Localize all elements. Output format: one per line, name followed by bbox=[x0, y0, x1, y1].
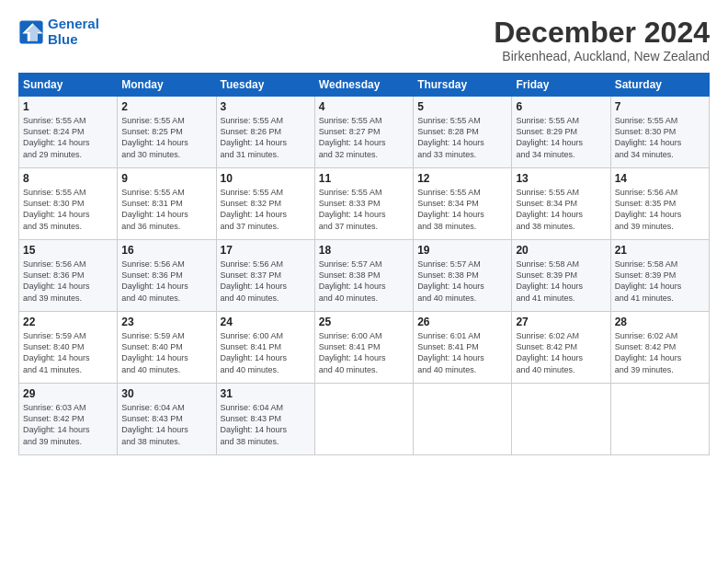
day-number: 9 bbox=[121, 172, 211, 185]
calendar-cell: 3Sunrise: 5:55 AM Sunset: 8:26 PM Daylig… bbox=[216, 97, 314, 168]
day-info: Sunrise: 5:55 AM Sunset: 8:31 PM Dayligh… bbox=[121, 187, 211, 232]
header: General Blue December 2024 Birkenhead, A… bbox=[18, 17, 710, 63]
day-number: 30 bbox=[121, 387, 211, 400]
day-info: Sunrise: 6:02 AM Sunset: 8:42 PM Dayligh… bbox=[615, 330, 705, 375]
day-info: Sunrise: 6:04 AM Sunset: 8:43 PM Dayligh… bbox=[221, 402, 311, 447]
calendar-cell: 12Sunrise: 5:55 AM Sunset: 8:34 PM Dayli… bbox=[414, 168, 512, 240]
day-number: 1 bbox=[23, 100, 113, 113]
calendar-cell: 30Sunrise: 6:04 AM Sunset: 8:43 PM Dayli… bbox=[118, 384, 216, 455]
calendar-cell bbox=[512, 384, 610, 455]
header-cell-sunday: Sunday bbox=[19, 74, 118, 97]
day-info: Sunrise: 5:55 AM Sunset: 8:34 PM Dayligh… bbox=[417, 187, 507, 232]
calendar-cell: 6Sunrise: 5:55 AM Sunset: 8:29 PM Daylig… bbox=[512, 97, 610, 168]
calendar-cell: 7Sunrise: 5:55 AM Sunset: 8:30 PM Daylig… bbox=[610, 97, 709, 168]
week-row-1: 1Sunrise: 5:55 AM Sunset: 8:24 PM Daylig… bbox=[19, 97, 710, 168]
day-number: 2 bbox=[121, 100, 211, 113]
calendar-cell: 22Sunrise: 5:59 AM Sunset: 8:40 PM Dayli… bbox=[19, 312, 118, 384]
calendar-cell: 13Sunrise: 5:55 AM Sunset: 8:34 PM Dayli… bbox=[512, 168, 610, 240]
day-info: Sunrise: 5:56 AM Sunset: 8:37 PM Dayligh… bbox=[221, 259, 311, 304]
day-number: 13 bbox=[516, 172, 606, 185]
calendar-cell: 17Sunrise: 5:56 AM Sunset: 8:37 PM Dayli… bbox=[216, 240, 314, 312]
day-info: Sunrise: 6:00 AM Sunset: 8:41 PM Dayligh… bbox=[319, 330, 409, 375]
calendar-cell: 8Sunrise: 5:55 AM Sunset: 8:30 PM Daylig… bbox=[19, 168, 118, 240]
calendar-cell: 20Sunrise: 5:58 AM Sunset: 8:39 PM Dayli… bbox=[512, 240, 610, 312]
day-number: 31 bbox=[221, 387, 311, 400]
day-info: Sunrise: 5:55 AM Sunset: 8:34 PM Dayligh… bbox=[516, 187, 606, 232]
day-number: 6 bbox=[516, 100, 606, 113]
day-number: 4 bbox=[319, 100, 409, 113]
day-number: 14 bbox=[615, 172, 705, 185]
calendar-cell bbox=[414, 384, 512, 455]
calendar-cell: 4Sunrise: 5:55 AM Sunset: 8:27 PM Daylig… bbox=[314, 97, 413, 168]
day-info: Sunrise: 5:55 AM Sunset: 8:30 PM Dayligh… bbox=[23, 187, 113, 232]
calendar-cell: 10Sunrise: 5:55 AM Sunset: 8:32 PM Dayli… bbox=[216, 168, 314, 240]
header-cell-monday: Monday bbox=[118, 74, 216, 97]
day-info: Sunrise: 5:57 AM Sunset: 8:38 PM Dayligh… bbox=[319, 259, 409, 304]
header-cell-friday: Friday bbox=[512, 74, 610, 97]
calendar-cell: 1Sunrise: 5:55 AM Sunset: 8:24 PM Daylig… bbox=[19, 97, 118, 168]
calendar-cell: 29Sunrise: 6:03 AM Sunset: 8:42 PM Dayli… bbox=[19, 384, 118, 455]
day-info: Sunrise: 5:56 AM Sunset: 8:36 PM Dayligh… bbox=[121, 259, 211, 304]
day-number: 19 bbox=[417, 244, 507, 257]
calendar-cell: 5Sunrise: 5:55 AM Sunset: 8:28 PM Daylig… bbox=[414, 97, 512, 168]
day-info: Sunrise: 6:01 AM Sunset: 8:41 PM Dayligh… bbox=[417, 330, 507, 375]
day-number: 18 bbox=[319, 244, 409, 257]
calendar-cell: 14Sunrise: 5:56 AM Sunset: 8:35 PM Dayli… bbox=[610, 168, 709, 240]
calendar-cell: 27Sunrise: 6:02 AM Sunset: 8:42 PM Dayli… bbox=[512, 312, 610, 384]
logo-line1: General bbox=[48, 16, 99, 31]
page: General Blue December 2024 Birkenhead, A… bbox=[0, 0, 728, 563]
location: Birkenhead, Auckland, New Zealand bbox=[494, 49, 710, 63]
month-title: December 2024 bbox=[494, 17, 710, 49]
calendar-cell: 21Sunrise: 5:58 AM Sunset: 8:39 PM Dayli… bbox=[610, 240, 709, 312]
day-number: 16 bbox=[121, 244, 211, 257]
day-info: Sunrise: 5:56 AM Sunset: 8:35 PM Dayligh… bbox=[615, 187, 705, 232]
day-info: Sunrise: 5:58 AM Sunset: 8:39 PM Dayligh… bbox=[615, 259, 705, 304]
day-number: 5 bbox=[417, 100, 507, 113]
calendar-cell bbox=[610, 384, 709, 455]
day-info: Sunrise: 5:58 AM Sunset: 8:39 PM Dayligh… bbox=[516, 259, 606, 304]
calendar-cell: 23Sunrise: 5:59 AM Sunset: 8:40 PM Dayli… bbox=[118, 312, 216, 384]
week-row-5: 29Sunrise: 6:03 AM Sunset: 8:42 PM Dayli… bbox=[19, 384, 710, 455]
calendar-cell: 31Sunrise: 6:04 AM Sunset: 8:43 PM Dayli… bbox=[216, 384, 314, 455]
day-info: Sunrise: 6:02 AM Sunset: 8:42 PM Dayligh… bbox=[516, 330, 606, 375]
day-number: 8 bbox=[23, 172, 113, 185]
calendar-cell: 9Sunrise: 5:55 AM Sunset: 8:31 PM Daylig… bbox=[118, 168, 216, 240]
day-info: Sunrise: 5:55 AM Sunset: 8:27 PM Dayligh… bbox=[319, 115, 409, 160]
day-number: 25 bbox=[319, 316, 409, 328]
day-number: 12 bbox=[417, 172, 507, 185]
calendar-table: SundayMondayTuesdayWednesdayThursdayFrid… bbox=[18, 73, 710, 455]
calendar-cell: 18Sunrise: 5:57 AM Sunset: 8:38 PM Dayli… bbox=[314, 240, 413, 312]
day-info: Sunrise: 6:04 AM Sunset: 8:43 PM Dayligh… bbox=[121, 402, 211, 447]
day-info: Sunrise: 5:59 AM Sunset: 8:40 PM Dayligh… bbox=[23, 330, 113, 375]
calendar-cell: 24Sunrise: 6:00 AM Sunset: 8:41 PM Dayli… bbox=[216, 312, 314, 384]
header-cell-tuesday: Tuesday bbox=[216, 74, 314, 97]
day-number: 28 bbox=[615, 316, 705, 328]
day-info: Sunrise: 5:55 AM Sunset: 8:25 PM Dayligh… bbox=[121, 115, 211, 160]
day-number: 29 bbox=[23, 387, 113, 400]
day-number: 22 bbox=[23, 316, 113, 328]
day-number: 27 bbox=[516, 316, 606, 328]
header-cell-thursday: Thursday bbox=[414, 74, 512, 97]
calendar-cell: 28Sunrise: 6:02 AM Sunset: 8:42 PM Dayli… bbox=[610, 312, 709, 384]
title-block: December 2024 Birkenhead, Auckland, New … bbox=[494, 17, 710, 63]
logo-line2: Blue bbox=[48, 31, 78, 47]
week-row-4: 22Sunrise: 5:59 AM Sunset: 8:40 PM Dayli… bbox=[19, 312, 710, 384]
day-number: 17 bbox=[221, 244, 311, 257]
day-number: 11 bbox=[319, 172, 409, 185]
day-info: Sunrise: 5:59 AM Sunset: 8:40 PM Dayligh… bbox=[121, 330, 211, 375]
calendar-cell: 11Sunrise: 5:55 AM Sunset: 8:33 PM Dayli… bbox=[314, 168, 413, 240]
calendar-cell: 25Sunrise: 6:00 AM Sunset: 8:41 PM Dayli… bbox=[314, 312, 413, 384]
day-number: 10 bbox=[221, 172, 311, 185]
header-cell-saturday: Saturday bbox=[610, 74, 709, 97]
day-info: Sunrise: 5:55 AM Sunset: 8:24 PM Dayligh… bbox=[23, 115, 113, 160]
day-info: Sunrise: 6:03 AM Sunset: 8:42 PM Dayligh… bbox=[23, 402, 113, 447]
day-info: Sunrise: 5:57 AM Sunset: 8:38 PM Dayligh… bbox=[417, 259, 507, 304]
header-row: SundayMondayTuesdayWednesdayThursdayFrid… bbox=[19, 74, 710, 97]
day-number: 26 bbox=[417, 316, 507, 328]
day-info: Sunrise: 5:55 AM Sunset: 8:30 PM Dayligh… bbox=[615, 115, 705, 160]
day-info: Sunrise: 5:55 AM Sunset: 8:29 PM Dayligh… bbox=[516, 115, 606, 160]
week-row-2: 8Sunrise: 5:55 AM Sunset: 8:30 PM Daylig… bbox=[19, 168, 710, 240]
day-number: 15 bbox=[23, 244, 113, 257]
calendar-cell: 15Sunrise: 5:56 AM Sunset: 8:36 PM Dayli… bbox=[19, 240, 118, 312]
calendar-cell: 2Sunrise: 5:55 AM Sunset: 8:25 PM Daylig… bbox=[118, 97, 216, 168]
